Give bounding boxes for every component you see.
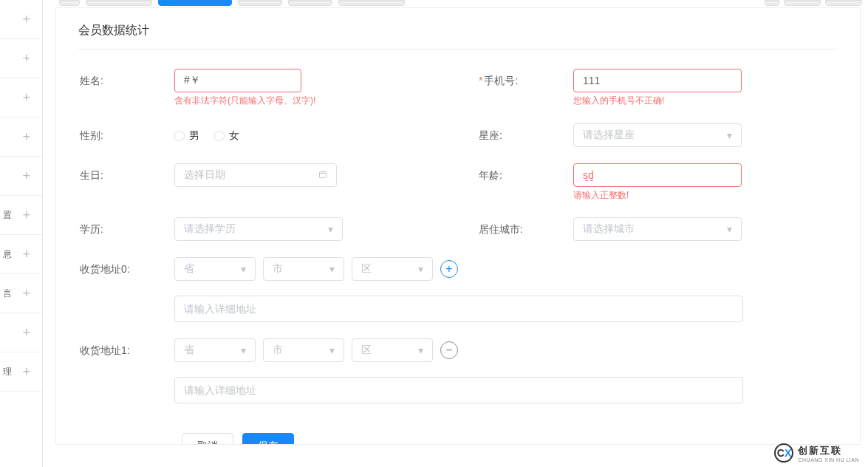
education-select[interactable]: 请选择学历 ▾ xyxy=(174,217,343,241)
address0-province-select[interactable]: 省▾ xyxy=(174,257,256,281)
remove-address-button[interactable]: − xyxy=(440,341,458,359)
sidebar-item[interactable]: + xyxy=(0,157,42,196)
chevron-down-icon: ▾ xyxy=(241,263,246,275)
tab-pill[interactable] xyxy=(825,0,862,6)
plus-icon: + xyxy=(22,208,30,223)
brand-watermark: CX 创新互联 CHUANG XIN HU LIAN xyxy=(774,443,859,463)
section-title: 会员数据统计 xyxy=(78,23,838,50)
chevron-down-icon: ▾ xyxy=(241,344,246,356)
main-panel: 会员数据统计 姓名: 含有非法字符(只能输入字母、汉字)! *手机号: 您输入的… xyxy=(55,7,861,445)
chevron-down-icon: ▾ xyxy=(328,223,333,235)
radio-circle-icon xyxy=(174,131,185,141)
cancel-button[interactable]: 取消 xyxy=(182,433,233,445)
address1-province-select[interactable]: 省▾ xyxy=(174,338,256,362)
sidebar-item[interactable]: + xyxy=(0,117,42,157)
tab-pill[interactable] xyxy=(765,0,779,6)
address0-detail-input[interactable] xyxy=(174,296,743,322)
plus-icon: + xyxy=(22,12,30,27)
chevron-down-icon: ▾ xyxy=(418,263,423,275)
address0-district-select[interactable]: 区▾ xyxy=(352,257,433,281)
brand-logo-icon: CX xyxy=(774,443,793,463)
sidebar-item[interactable]: 言+ xyxy=(0,274,42,313)
phone-input[interactable] xyxy=(573,69,742,92)
chevron-down-icon: ▾ xyxy=(727,129,732,141)
chevron-down-icon: ▾ xyxy=(329,263,335,275)
svg-rect-0 xyxy=(320,171,327,177)
field-label-birthday: 生日: xyxy=(78,163,174,183)
tab-pill[interactable] xyxy=(338,0,405,6)
address0-city-select[interactable]: 市▾ xyxy=(263,257,344,281)
phone-error: 您输入的手机号不正确! xyxy=(573,95,838,107)
sidebar: + + + + + 置+ 息+ 言+ + 理+ xyxy=(0,0,43,467)
chevron-down-icon: ▾ xyxy=(418,344,423,356)
radio-circle-icon xyxy=(214,131,225,141)
plus-icon: + xyxy=(22,90,30,106)
address1-detail-input[interactable] xyxy=(174,377,743,403)
age-input[interactable] xyxy=(573,163,742,187)
zodiac-select[interactable]: 请选择星座 ▾ xyxy=(573,123,742,147)
field-label-city: 居住城市: xyxy=(477,217,573,236)
plus-icon: + xyxy=(445,263,452,275)
plus-icon: + xyxy=(22,168,30,184)
sidebar-item[interactable]: 置+ xyxy=(0,196,42,235)
calendar-icon xyxy=(318,169,327,181)
tab-pill[interactable] xyxy=(59,0,80,6)
address1-district-select[interactable]: 区▾ xyxy=(352,338,433,362)
sidebar-item[interactable]: + xyxy=(0,78,42,117)
sidebar-item[interactable]: + xyxy=(0,313,42,352)
field-label-education: 学历: xyxy=(78,217,174,236)
save-button[interactable]: 保存 xyxy=(242,433,294,445)
field-label-name: 姓名: xyxy=(78,69,174,88)
sidebar-item[interactable]: 理+ xyxy=(0,352,42,392)
plus-icon: + xyxy=(22,286,30,301)
radio-female[interactable]: 女 xyxy=(214,129,239,143)
sidebar-item[interactable]: + xyxy=(0,39,42,78)
minus-icon: − xyxy=(445,344,452,356)
plus-icon: + xyxy=(22,51,30,67)
plus-icon: + xyxy=(22,325,30,341)
chevron-down-icon: ▾ xyxy=(329,344,335,356)
field-label-phone: *手机号: xyxy=(477,69,573,88)
radio-male[interactable]: 男 xyxy=(174,129,199,143)
add-address-button[interactable]: + xyxy=(440,260,458,278)
address1-city-select[interactable]: 市▾ xyxy=(263,338,344,362)
birthday-input[interactable]: 选择日期 xyxy=(174,163,337,187)
sidebar-item[interactable]: + xyxy=(0,0,42,39)
city-select[interactable]: 请选择城市 ▾ xyxy=(573,217,742,241)
name-input[interactable] xyxy=(174,69,301,92)
field-label-zodiac: 星座: xyxy=(477,123,573,143)
name-error: 含有非法字符(只能输入字母、汉字)! xyxy=(174,95,477,107)
tab-pill[interactable] xyxy=(238,0,282,6)
field-label-address1: 收货地址1: xyxy=(78,338,174,358)
tab-pill[interactable] xyxy=(158,0,232,6)
chevron-down-icon: ▾ xyxy=(727,223,732,235)
field-label-address0: 收货地址0: xyxy=(78,257,174,276)
tab-pill[interactable] xyxy=(288,0,332,6)
tab-pill[interactable] xyxy=(784,0,821,6)
plus-icon: + xyxy=(22,129,30,145)
top-right-tabs xyxy=(765,0,862,6)
field-label-age: 年龄: xyxy=(477,163,573,183)
plus-icon: + xyxy=(22,247,30,262)
tab-pill[interactable] xyxy=(86,0,152,6)
top-tabs xyxy=(59,0,405,6)
age-error: 请输入正整数! xyxy=(573,190,838,202)
field-label-gender: 性别: xyxy=(78,123,174,143)
plus-icon: + xyxy=(22,364,30,380)
sidebar-item[interactable]: 息+ xyxy=(0,235,42,274)
